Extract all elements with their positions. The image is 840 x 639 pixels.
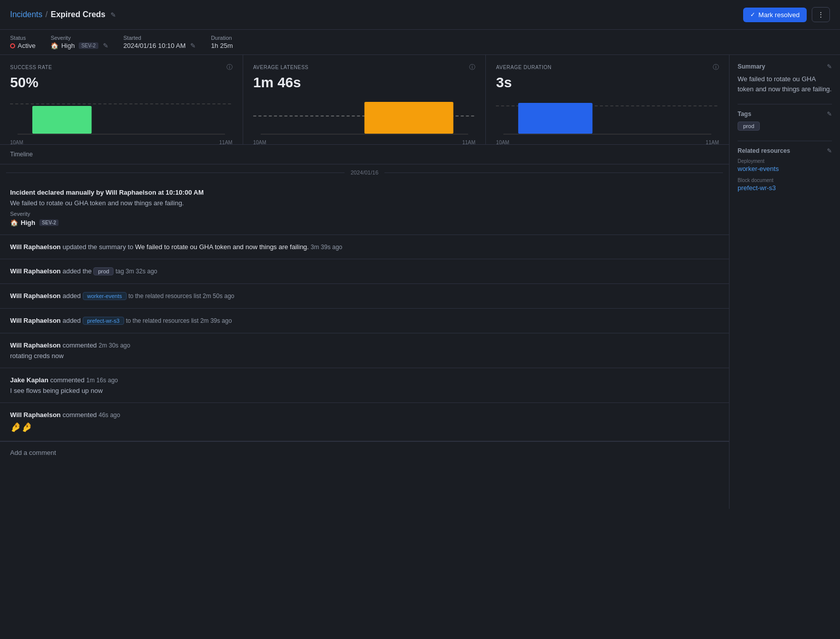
duration-field: Duration 1h 25m xyxy=(211,35,233,49)
sidebar-resources-edit-icon[interactable]: ✎ xyxy=(827,147,832,154)
event-declared-desc: We failed to rotate ou GHA token and now… xyxy=(10,199,719,207)
success-rate-x-labels: 10AM 11AM xyxy=(10,140,233,145)
avg-lateness-x-label-0: 10AM xyxy=(253,140,266,145)
avg-lateness-card: AVERAGE LATENESS ⓘ 1m 46s 10AM xyxy=(243,55,486,144)
incident-sidebar: Summary ✎ We failed to rotate ou GHA tok… xyxy=(729,55,840,509)
event-declared-severity-label: Severity xyxy=(10,211,719,217)
avg-lateness-x-labels: 10AM 11AM xyxy=(253,140,476,145)
breadcrumb-current: Expired Creds xyxy=(51,10,105,19)
add-comment-field[interactable]: Add a comment xyxy=(0,441,729,463)
edit-started-icon[interactable]: ✎ xyxy=(190,42,196,49)
check-icon: ✓ xyxy=(750,11,755,18)
metrics-row: SUCCESS RATE ⓘ 50% 10AM 11AM xyxy=(0,55,729,145)
severity-badge: SEV-2 xyxy=(79,42,98,49)
sidebar-deployment-type: Deployment xyxy=(738,158,832,164)
sidebar-deployment-resource: Deployment worker-events xyxy=(738,158,832,172)
svg-rect-1 xyxy=(32,106,92,134)
svg-rect-7 xyxy=(518,103,592,134)
sidebar-block-link[interactable]: prefect-wr-s3 xyxy=(738,184,776,192)
header-actions: ✓ Mark resolved ⋮ xyxy=(743,7,830,22)
sidebar-summary-text: We failed to rotate ou GHA token and now… xyxy=(738,74,832,94)
event-comment-will-1-time: 2m 30s ago xyxy=(98,342,130,349)
svg-rect-4 xyxy=(364,102,453,134)
sidebar-tags-title: Tags xyxy=(738,110,751,118)
status-bar: Status Active Severity 🏠 High SEV-2 ✎ St… xyxy=(0,30,840,55)
success-rate-info-icon[interactable]: ⓘ xyxy=(227,63,233,72)
event-comment-will-2-header: Will Raphaelson commented 46s ago xyxy=(10,411,719,419)
main-layout: SUCCESS RATE ⓘ 50% 10AM 11AM xyxy=(0,55,840,509)
avg-duration-info-icon[interactable]: ⓘ xyxy=(713,63,719,72)
event-resource-prefect-time: to the related resources list 2m 39s ago xyxy=(126,317,232,324)
sidebar-tag-prod: prod xyxy=(738,122,760,131)
event-resource-worker-chip: worker-events xyxy=(83,292,127,300)
timeline-event-comment-will-2: Will Raphaelson commented 46s ago 🤌🤌 xyxy=(0,403,729,441)
sidebar-resources-section: Related resources ✎ Deployment worker-ev… xyxy=(738,147,832,192)
severity-label: Severity xyxy=(50,35,108,41)
timeline-date: 2024/01/16 xyxy=(351,169,378,176)
success-rate-x-label-0: 10AM xyxy=(10,140,23,145)
sidebar-divider-1 xyxy=(738,104,832,104)
duration-label: Duration xyxy=(211,35,233,41)
event-comment-will-1-action: commented xyxy=(63,341,99,349)
sidebar-summary-section: Summary ✎ We failed to rotate ou GHA tok… xyxy=(738,63,832,94)
sidebar-summary-edit-icon[interactable]: ✎ xyxy=(827,63,832,70)
edit-severity-icon[interactable]: ✎ xyxy=(103,42,108,49)
sidebar-block-type: Block document xyxy=(738,178,832,183)
sidebar-summary-header: Summary ✎ xyxy=(738,63,832,70)
event-comment-will-2-text: 🤌🤌 xyxy=(10,422,719,433)
success-rate-header: SUCCESS RATE ⓘ xyxy=(10,63,233,72)
duration-value: 1h 25m xyxy=(211,42,233,49)
mark-resolved-button[interactable]: ✓ Mark resolved xyxy=(743,8,807,22)
event-tag-actor: Will Raphaelson xyxy=(10,267,61,275)
sidebar-block-resource: Block document prefect-wr-s3 xyxy=(738,178,832,192)
avg-lateness-header: AVERAGE LATENESS ⓘ xyxy=(253,63,476,72)
sidebar-tags-header: Tags ✎ xyxy=(738,110,832,118)
avg-duration-label: AVERAGE DURATION xyxy=(496,65,551,70)
success-rate-value: 50% xyxy=(10,75,233,91)
event-resource-prefect-chip: prefect-wr-s3 xyxy=(83,317,124,325)
success-rate-x-label-1: 11AM xyxy=(219,140,233,145)
event-tag-action-1: added the xyxy=(63,267,93,275)
event-comment-jake-text: I see flows being picked up now xyxy=(10,387,719,394)
high-sev-icon: 🏠 xyxy=(10,219,18,226)
avg-duration-x-label-0: 10AM xyxy=(496,140,509,145)
sidebar-tags-edit-icon[interactable]: ✎ xyxy=(827,110,832,118)
page-header: Incidents / Expired Creds ✎ ✓ Mark resol… xyxy=(0,0,840,30)
event-resource-prefect-action: added xyxy=(63,317,83,324)
timeline-event-comment-jake: Jake Kaplan commented 1m 16s ago I see f… xyxy=(0,368,729,403)
avg-lateness-x-label-1: 11AM xyxy=(462,140,475,145)
timeline-event-tag-added: Will Raphaelson added the prod tag 3m 32… xyxy=(0,259,729,284)
status-label: Status xyxy=(10,35,35,41)
event-comment-jake-actor: Jake Kaplan xyxy=(10,376,48,384)
more-options-button[interactable]: ⋮ xyxy=(812,7,830,22)
sidebar-resources-header: Related resources ✎ xyxy=(738,147,832,154)
started-field: Started 2024/01/16 10:10 AM ✎ xyxy=(124,35,196,49)
status-indicator xyxy=(10,43,15,48)
event-comment-jake-time: 1m 16s ago xyxy=(86,377,118,384)
event-summary-time: 3m 39s ago xyxy=(311,244,343,251)
avg-lateness-info-icon[interactable]: ⓘ xyxy=(469,63,475,72)
timeline-event-resource-prefect: Will Raphaelson added prefect-wr-s3 to t… xyxy=(0,309,729,333)
timeline-section: Timeline 2024/01/16 Incident declared ma… xyxy=(0,145,729,474)
sidebar-tags-section: Tags ✎ prod xyxy=(738,110,832,131)
severity-field: Severity 🏠 High SEV-2 ✎ xyxy=(50,35,108,49)
breadcrumb-incidents-link[interactable]: Incidents xyxy=(10,10,42,19)
mark-resolved-label: Mark resolved xyxy=(758,11,800,19)
severity-value: 🏠 High SEV-2 ✎ xyxy=(50,42,108,49)
avg-duration-x-labels: 10AM 11AM xyxy=(496,140,719,145)
status-field: Status Active xyxy=(10,35,35,49)
timeline-event-summary-update: Will Raphaelson updated the summary to W… xyxy=(0,235,729,259)
severity-icon: 🏠 xyxy=(50,42,59,49)
event-resource-worker-time: to the related resources list 2m 50s ago xyxy=(128,293,234,300)
edit-title-icon[interactable]: ✎ xyxy=(110,11,116,19)
event-comment-will-2-actor: Will Raphaelson xyxy=(10,411,61,419)
event-resource-prefect-body: Will Raphaelson added prefect-wr-s3 to t… xyxy=(10,317,719,325)
success-rate-card: SUCCESS RATE ⓘ 50% 10AM 11AM xyxy=(0,55,243,144)
sidebar-summary-title: Summary xyxy=(738,63,765,70)
timeline-header: Timeline xyxy=(0,145,729,164)
event-tag-chip: prod xyxy=(93,267,114,275)
sidebar-deployment-link[interactable]: worker-events xyxy=(738,165,779,172)
main-content: SUCCESS RATE ⓘ 50% 10AM 11AM xyxy=(0,55,729,509)
avg-lateness-value: 1m 46s xyxy=(253,75,476,91)
event-comment-will-1-header: Will Raphaelson commented 2m 30s ago xyxy=(10,341,719,349)
